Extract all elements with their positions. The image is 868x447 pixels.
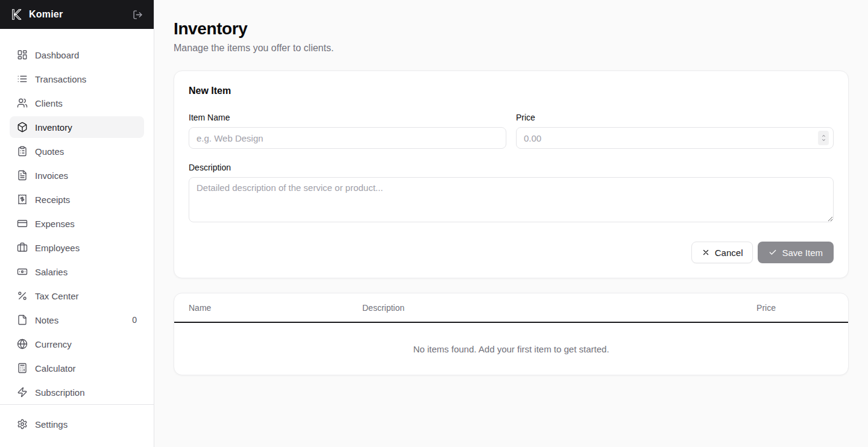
- expenses-icon: [17, 218, 28, 229]
- sidebar-item-label: Currency: [35, 339, 72, 349]
- logout-button[interactable]: [131, 8, 144, 21]
- currency-icon: [17, 339, 28, 349]
- description-field-group: Description: [189, 163, 834, 225]
- sidebar-item-tax-center[interactable]: Tax Center: [10, 285, 144, 307]
- column-header-description: Description: [362, 303, 703, 313]
- cancel-button[interactable]: Cancel: [691, 242, 753, 263]
- sidebar-item-dashboard[interactable]: Dashboard: [10, 44, 144, 66]
- sidebar-item-label: Notes: [35, 315, 58, 325]
- check-icon: [769, 248, 777, 257]
- sidebar-item-calculator[interactable]: Calculator: [10, 357, 144, 379]
- transactions-icon: [17, 73, 28, 84]
- column-header-name: Name: [189, 303, 362, 313]
- sidebar-item-currency[interactable]: Currency: [10, 333, 144, 355]
- items-table-card: NameDescriptionPrice No items found. Add…: [174, 293, 849, 375]
- calculator-icon: [17, 363, 28, 374]
- tax-center-icon: [17, 290, 28, 301]
- item-name-input[interactable]: [189, 127, 506, 149]
- item-name-field-group: Item Name: [189, 113, 506, 149]
- sidebar-item-label: Dashboard: [35, 50, 79, 60]
- sidebar-item-label: Tax Center: [35, 291, 79, 301]
- page-subtitle: Manage the items you offer to clients.: [174, 43, 849, 54]
- new-item-card: New Item Item Name Price: [174, 70, 849, 278]
- inventory-icon: [17, 122, 28, 133]
- table-empty-state: No items found. Add your first item to g…: [174, 323, 848, 375]
- item-name-label: Item Name: [189, 113, 506, 122]
- sidebar-item-label: Inventory: [35, 122, 72, 133]
- price-field-group: Price: [516, 113, 834, 149]
- clients-icon: [17, 98, 28, 108]
- notes-icon: [17, 314, 28, 325]
- sidebar-item-label: Subscription: [35, 387, 85, 398]
- sidebar-item-label: Quotes: [35, 146, 64, 157]
- sidebar-nav: DashboardTransactionsClientsInventoryQuo…: [0, 29, 154, 404]
- sidebar-item-label: Settings: [35, 419, 68, 430]
- dashboard-icon: [17, 49, 28, 60]
- description-textarea[interactable]: [189, 177, 834, 222]
- employees-icon: [17, 242, 28, 253]
- komier-logo-icon: [10, 8, 23, 21]
- sidebar-item-subscription[interactable]: Subscription: [10, 381, 144, 403]
- save-item-button[interactable]: Save Item: [758, 242, 834, 263]
- form-title: New Item: [189, 86, 834, 96]
- sidebar-item-receipts[interactable]: Receipts: [10, 189, 144, 210]
- sidebar-footer: Settings: [0, 404, 154, 447]
- sidebar: Komier DashboardTransactionsClientsInven…: [0, 0, 154, 447]
- sidebar-item-clients[interactable]: Clients: [10, 92, 144, 114]
- sidebar-item-invoices[interactable]: Invoices: [10, 164, 144, 186]
- subscription-icon: [17, 387, 28, 398]
- sidebar-item-label: Calculator: [35, 363, 76, 374]
- sidebar-item-settings[interactable]: Settings: [10, 413, 144, 435]
- page-title: Inventory: [174, 19, 849, 39]
- invoices-icon: [17, 170, 28, 181]
- sidebar-item-quotes[interactable]: Quotes: [10, 140, 144, 162]
- logout-icon: [133, 10, 143, 20]
- sidebar-item-label: Employees: [35, 243, 80, 253]
- number-spinner[interactable]: [818, 131, 829, 145]
- price-input[interactable]: [516, 127, 834, 149]
- receipts-icon: [17, 194, 28, 205]
- description-label: Description: [189, 163, 834, 172]
- sidebar-item-label: Invoices: [35, 170, 68, 181]
- app-title: Komier: [29, 9, 63, 20]
- sidebar-item-label: Receipts: [35, 195, 70, 205]
- salaries-icon: [17, 266, 28, 277]
- column-header-price: Price: [703, 303, 776, 313]
- price-label: Price: [516, 113, 834, 122]
- chevron-down-icon: [821, 138, 826, 142]
- chevron-up-icon: [821, 134, 826, 138]
- sidebar-item-salaries[interactable]: Salaries: [10, 261, 144, 283]
- sidebar-item-label: Salaries: [35, 267, 68, 277]
- quotes-icon: [17, 146, 28, 157]
- sidebar-item-transactions[interactable]: Transactions: [10, 68, 144, 90]
- sidebar-item-notes[interactable]: Notes0: [10, 309, 144, 331]
- form-actions: Cancel Save Item: [189, 242, 834, 263]
- sidebar-item-label: Transactions: [35, 74, 86, 84]
- sidebar-header: Komier: [0, 0, 154, 29]
- notes-count: 0: [132, 315, 137, 325]
- close-icon: [702, 248, 710, 257]
- sidebar-item-label: Clients: [35, 98, 63, 108]
- settings-icon: [17, 419, 28, 430]
- sidebar-item-employees[interactable]: Employees: [10, 237, 144, 258]
- sidebar-item-expenses[interactable]: Expenses: [10, 213, 144, 234]
- table-header-row: NameDescriptionPrice: [174, 293, 848, 323]
- main-content: Inventory Manage the items you offer to …: [154, 0, 868, 447]
- sidebar-item-label: Expenses: [35, 219, 75, 229]
- sidebar-item-inventory[interactable]: Inventory: [10, 116, 144, 138]
